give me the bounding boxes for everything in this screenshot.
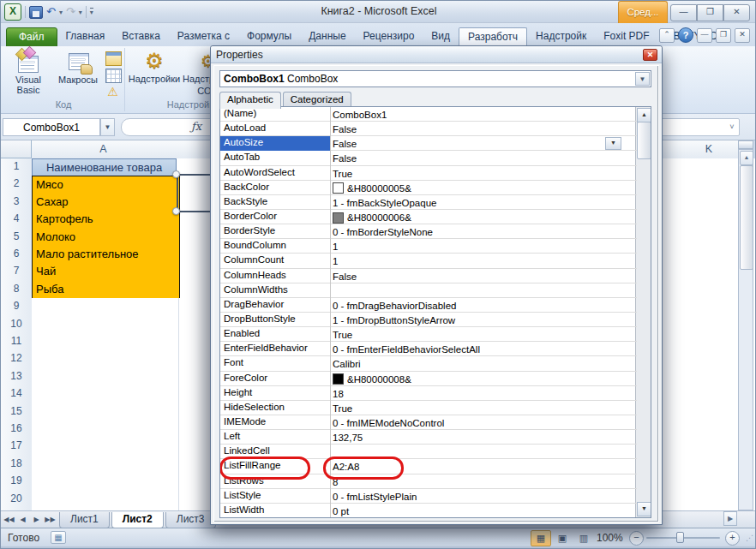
select-all-corner[interactable] — [1, 140, 32, 158]
property-value[interactable]: 0 pt — [327, 504, 637, 518]
property-value[interactable]: &H80000005& — [327, 181, 637, 195]
cell[interactable] — [680, 194, 739, 212]
row-header-8[interactable]: 8 — [1, 281, 33, 299]
ribbon-tab-вид[interactable]: Вид — [423, 27, 459, 46]
row-header-1[interactable]: 1 — [1, 158, 33, 176]
cell[interactable] — [663, 421, 681, 439]
property-row-autotab[interactable]: AutoTabFalse — [220, 151, 637, 165]
property-value[interactable]: 132,75 — [327, 430, 637, 445]
page-break-view-icon[interactable]: ▥ — [573, 530, 594, 546]
property-value[interactable]: ComboBox1 — [327, 107, 637, 122]
help-icon[interactable]: ? — [678, 27, 693, 43]
property-value[interactable]: 0 - fmEnterFieldBehaviorSelectAll — [327, 342, 637, 356]
cell[interactable] — [663, 281, 681, 299]
cell[interactable] — [663, 456, 681, 474]
property-value[interactable]: 0 - fmBorderStyleNone — [327, 224, 637, 239]
property-value[interactable]: True — [327, 166, 637, 181]
undo-icon[interactable]: ↶ — [46, 5, 56, 19]
row-header-15[interactable]: 15 — [1, 403, 33, 421]
collapse-ribbon-icon[interactable]: ⌃ — [659, 28, 675, 43]
expand-formula-bar-icon[interactable]: ˅ — [725, 121, 739, 134]
cell[interactable] — [663, 316, 681, 334]
sheet-tab-лист3[interactable]: Лист3 — [165, 512, 216, 528]
property-row-forecolor[interactable]: ForeColor&H80000008& — [220, 372, 637, 386]
property-row-dropbuttonstyle[interactable]: DropButtonStyle1 - fmDropButtonStyleArro… — [220, 313, 637, 327]
cell[interactable] — [663, 333, 681, 351]
property-value[interactable]: 1 - fmBackStyleOpaque — [327, 195, 637, 210]
cell[interactable] — [663, 229, 681, 247]
property-value[interactable] — [327, 283, 637, 298]
doc-minimize-button[interactable]: — — [697, 28, 712, 43]
cell[interactable] — [680, 350, 739, 368]
visual-basic-button[interactable]: Visual Basic — [4, 50, 52, 99]
macro-record-status-icon[interactable]: ▦ — [51, 531, 66, 544]
column-header-k[interactable]: K — [680, 140, 739, 159]
zoom-in-icon[interactable]: + — [725, 531, 740, 546]
property-row-listwidth[interactable]: ListWidth0 pt — [220, 504, 637, 518]
property-row-name[interactable]: (Name)ComboBox1 — [220, 107, 637, 122]
property-value[interactable]: False — [327, 269, 637, 283]
property-value[interactable]: False — [327, 136, 637, 151]
minimize-button[interactable]: — — [670, 4, 697, 21]
property-row-backstyle[interactable]: BackStyle1 - fmBackStyleOpaque — [220, 195, 637, 210]
cell[interactable] — [680, 263, 739, 281]
ribbon-tab-foxit-pdf[interactable]: Foxit PDF — [595, 27, 657, 46]
ribbon-tab-надстройк[interactable]: Надстройк — [527, 27, 595, 46]
vertical-scrollbar[interactable]: ▲ — [738, 149, 753, 510]
macro-security-icon[interactable]: ⚠ — [105, 86, 120, 98]
fx-icon[interactable]: ƒx — [191, 120, 201, 133]
scroll-up-icon[interactable]: ▲ — [740, 151, 753, 165]
cell[interactable] — [663, 491, 681, 509]
property-row-borderstyle[interactable]: BorderStyle0 - fmBorderStyleNone — [220, 224, 637, 239]
cell[interactable] — [680, 158, 739, 176]
column-header-a[interactable]: A — [32, 140, 176, 159]
cell[interactable] — [680, 438, 739, 456]
column-header-j[interactable] — [663, 140, 681, 159]
row-header-7[interactable]: 7 — [1, 263, 33, 281]
row-header-10[interactable]: 10 — [1, 316, 33, 334]
property-value[interactable]: False — [327, 122, 637, 136]
row-header-13[interactable]: 13 — [1, 368, 33, 386]
ribbon-tab-рецензиро[interactable]: Рецензиро — [355, 27, 423, 46]
ribbon-tab-главная[interactable]: Главная — [57, 27, 114, 46]
cell[interactable] — [680, 421, 739, 439]
property-row-enabled[interactable]: EnabledTrue — [220, 327, 637, 342]
ribbon-tab-вставка[interactable]: Вставка — [113, 27, 169, 46]
cell[interactable] — [680, 229, 739, 247]
property-row-autoload[interactable]: AutoLoadFalse — [220, 122, 637, 136]
property-row-dragbehavior[interactable]: DragBehavior0 - fmDragBehaviorDisabled — [220, 298, 637, 313]
row-header-20[interactable]: 20 — [1, 491, 33, 509]
normal-view-icon[interactable]: ▦ — [531, 530, 551, 546]
cell[interactable] — [680, 211, 739, 229]
sheet-tab-лист2[interactable]: Лист2 — [111, 512, 164, 528]
cell[interactable] — [680, 403, 739, 421]
excel-app-icon[interactable]: X — [4, 3, 21, 21]
property-row-hideselection[interactable]: HideSelectionTrue — [220, 401, 637, 415]
ribbon-tab-разработч[interactable]: Разработч — [459, 27, 527, 47]
next-sheet-icon[interactable]: ▶ — [30, 513, 43, 526]
property-value[interactable]: 1 — [327, 239, 637, 254]
property-row-listfillrange[interactable]: ListFillRangeA2:A8 — [220, 459, 637, 474]
grid-scroll-up-icon[interactable]: ▲ — [637, 108, 651, 122]
row-header-3[interactable]: 3 — [1, 194, 33, 212]
zoom-level[interactable]: 100% — [597, 532, 623, 544]
cell[interactable] — [663, 211, 681, 229]
row-header-18[interactable]: 18 — [1, 456, 33, 474]
cell[interactable] — [680, 368, 739, 386]
cell[interactable] — [680, 281, 739, 299]
cell[interactable] — [663, 368, 681, 386]
property-value[interactable]: 1 — [327, 254, 637, 268]
object-selector[interactable]: ComboBox1 ComboBox ▼ — [219, 70, 651, 87]
cell[interactable] — [663, 158, 681, 176]
cell[interactable] — [680, 491, 739, 509]
row-header-12[interactable]: 12 — [1, 350, 33, 368]
property-row-imemode[interactable]: IMEMode0 - fmIMEModeNoControl — [220, 415, 637, 430]
prev-sheet-icon[interactable]: ◀ — [16, 513, 29, 526]
ribbon-tab-файл[interactable]: Файл — [6, 27, 57, 48]
doc-close-button[interactable]: ✕ — [735, 28, 750, 43]
cell[interactable] — [680, 385, 739, 403]
row-header-11[interactable]: 11 — [1, 333, 33, 351]
property-row-enterfieldbehavior[interactable]: EnterFieldBehavior0 - fmEnterFieldBehavi… — [220, 342, 637, 356]
row-header-5[interactable]: 5 — [1, 229, 33, 247]
zoom-slider-thumb[interactable] — [676, 532, 684, 543]
